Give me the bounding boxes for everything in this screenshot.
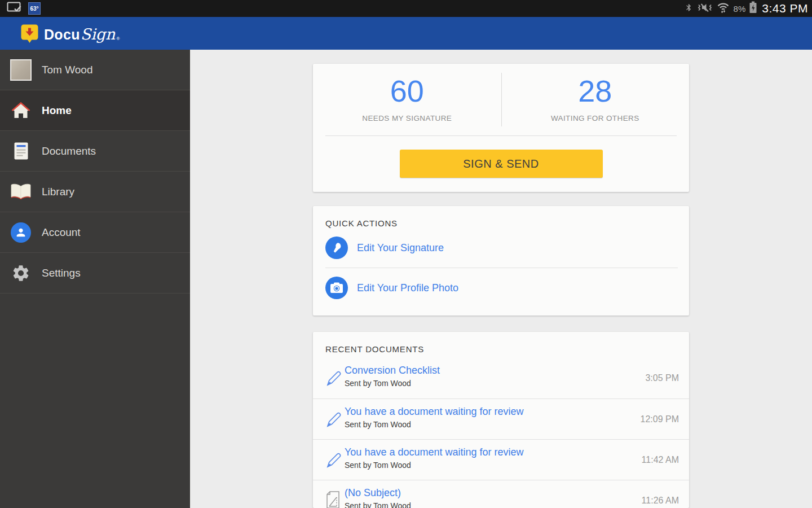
recent-document-row[interactable]: You have a document waiting for review S… xyxy=(313,439,689,480)
sidebar-profile-row[interactable]: Tom Wood xyxy=(0,50,190,90)
battery-charging-icon xyxy=(749,1,757,16)
pen-icon xyxy=(325,450,343,471)
waiting-for-others-label: WAITING FOR OTHERS xyxy=(501,114,690,122)
document-title: You have a document waiting for review xyxy=(345,405,524,418)
docusign-logo: Docu Sign ® xyxy=(20,24,120,46)
document-sender: Sent by Tom Wood xyxy=(345,379,440,388)
sidebar-item-account[interactable]: Account xyxy=(0,212,190,253)
document-time: 11:26 AM xyxy=(642,496,679,506)
recent-documents-title: RECENT DOCUMENTS xyxy=(313,332,689,354)
profile-name: Tom Wood xyxy=(42,64,92,76)
pen-icon xyxy=(325,368,343,389)
envelope-counts-card: 60 NEEDS MY SIGNATURE 28 WAITING FOR OTH… xyxy=(313,64,689,192)
sidebar-item-label: Home xyxy=(42,104,72,117)
document-sender: Sent by Tom Wood xyxy=(345,501,411,508)
book-icon xyxy=(9,183,33,200)
docusign-wordmark: Docu Sign ® xyxy=(44,25,120,43)
sidebar-item-label: Documents xyxy=(42,145,96,157)
sidebar-item-label: Library xyxy=(42,186,74,198)
edit-signature-label: Edit Your Signature xyxy=(357,242,444,254)
draft-document-icon xyxy=(325,491,342,508)
recent-documents-card: RECENT DOCUMENTS Conversion Checklist Se… xyxy=(313,332,689,508)
counts-divider xyxy=(501,73,502,126)
gear-icon xyxy=(9,264,33,283)
sidebar-item-home[interactable]: Home xyxy=(0,90,190,131)
battery-percent-label: 8% xyxy=(734,4,746,14)
sidebar-item-label: Account xyxy=(42,226,81,239)
sidebar-item-documents[interactable]: Documents xyxy=(0,131,190,172)
wordmark-docu: Docu xyxy=(44,27,80,43)
sidebar-item-label: Settings xyxy=(42,267,81,279)
main-content: 60 NEEDS MY SIGNATURE 28 WAITING FOR OTH… xyxy=(190,50,812,508)
wifi-icon xyxy=(717,2,730,16)
waiting-for-others-count[interactable]: 28 WAITING FOR OTHERS xyxy=(501,64,690,135)
registered-mark: ® xyxy=(117,36,120,43)
document-sender: Sent by Tom Wood xyxy=(345,420,524,429)
document-time: 12:09 PM xyxy=(641,414,679,424)
document-icon xyxy=(9,142,33,160)
vibrate-mute-icon xyxy=(697,2,713,16)
sidebar-item-library[interactable]: Library xyxy=(0,172,190,212)
needs-my-signature-count[interactable]: 60 NEEDS MY SIGNATURE xyxy=(313,64,501,135)
document-sender: Sent by Tom Wood xyxy=(345,461,524,470)
weather-notification-badge: 63° xyxy=(28,2,41,15)
signature-pen-icon xyxy=(325,237,348,259)
edit-signature-action[interactable]: Edit Your Signature xyxy=(313,228,689,268)
status-bar: 63° 8% xyxy=(0,0,812,17)
app-header: Docu Sign ® xyxy=(0,17,812,50)
sidebar-nav: Tom Wood Home Documents xyxy=(0,50,190,508)
wordmark-sign: Sign xyxy=(81,25,116,43)
quick-actions-card: QUICK ACTIONS Edit Your Signature Edit Y… xyxy=(313,206,689,316)
edit-profile-photo-action[interactable]: Edit Your Profile Photo xyxy=(313,268,689,308)
clock-label: 3:43 PM xyxy=(762,2,808,15)
docusign-tag-icon xyxy=(20,24,39,46)
account-person-icon xyxy=(11,222,31,243)
pen-icon xyxy=(325,409,343,431)
recent-document-row[interactable]: Conversion Checklist Sent by Tom Wood 3:… xyxy=(313,358,689,398)
document-title: You have a document waiting for review xyxy=(345,445,524,459)
sidebar-item-settings[interactable]: Settings xyxy=(0,253,190,294)
sign-and-send-button[interactable]: SIGN & SEND xyxy=(400,150,603,178)
document-time: 11:42 AM xyxy=(642,455,679,465)
quick-actions-title: QUICK ACTIONS xyxy=(313,206,689,228)
document-title: (No Subject) xyxy=(345,486,411,500)
edit-profile-photo-label: Edit Your Profile Photo xyxy=(357,282,458,294)
recent-document-row[interactable]: (No Subject) Sent by Tom Wood 11:26 AM xyxy=(313,480,689,508)
waiting-for-others-value: 28 xyxy=(501,75,690,107)
bluetooth-icon xyxy=(685,2,693,16)
needs-signature-value: 60 xyxy=(313,75,501,107)
camera-icon xyxy=(325,277,348,299)
recent-document-row[interactable]: You have a document waiting for review S… xyxy=(313,398,689,439)
needs-signature-label: NEEDS MY SIGNATURE xyxy=(313,114,501,122)
avatar xyxy=(10,59,32,81)
home-icon xyxy=(9,102,33,119)
screen-cast-check-icon xyxy=(7,2,22,16)
document-title: Conversion Checklist xyxy=(345,364,440,377)
document-time: 3:05 PM xyxy=(645,373,679,383)
